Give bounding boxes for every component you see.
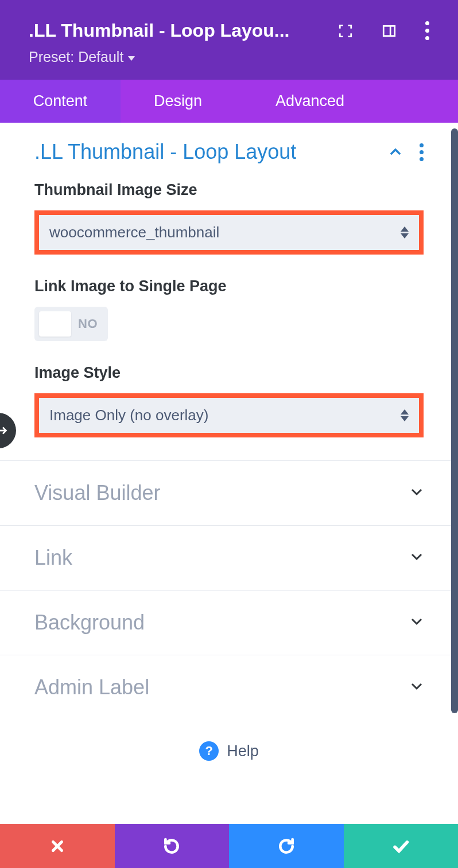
visual-builder-title: Visual Builder: [34, 481, 160, 505]
svg-rect-0: [383, 26, 395, 36]
help-row[interactable]: ? Help: [0, 720, 458, 778]
undo-button[interactable]: [115, 824, 230, 868]
admin-label-title: Admin Label: [34, 675, 149, 699]
chevron-down-icon: [410, 487, 424, 499]
image-style-highlight: Image Only (no overlay): [34, 393, 424, 437]
background-title: Background: [34, 611, 145, 635]
header-menu-icon[interactable]: [425, 21, 429, 40]
toggle-handle: [39, 311, 71, 337]
preset-label: Preset: Default: [29, 49, 123, 65]
section-menu-icon[interactable]: [420, 143, 424, 161]
thumbnail-size-value: woocommerce_thumbnail: [49, 224, 219, 241]
section-link[interactable]: Link: [0, 525, 458, 590]
tab-design[interactable]: Design: [121, 80, 235, 123]
module-title: .LL Thumbnail - Loop Layou...: [29, 20, 289, 41]
link-title: Link: [34, 546, 72, 570]
main-section-title: .LL Thumbnail - Loop Layout: [34, 140, 296, 164]
link-image-toggle[interactable]: NO: [34, 307, 108, 341]
field-thumbnail-size: Thumbnail Image Size woocommerce_thumbna…: [0, 181, 458, 277]
tabs-row: Content Design Advanced: [0, 80, 458, 123]
link-image-label: Link Image to Single Page: [34, 277, 424, 295]
chevron-up-icon[interactable]: [389, 147, 402, 157]
section-visual-builder[interactable]: Visual Builder: [0, 460, 458, 525]
help-icon: ?: [199, 741, 219, 761]
image-style-select[interactable]: Image Only (no overlay): [39, 398, 419, 433]
save-button[interactable]: [344, 824, 459, 868]
image-style-value: Image Only (no overlay): [49, 406, 208, 424]
content-area: .LL Thumbnail - Loop Layout Thumbnail Im…: [0, 123, 458, 785]
tab-content[interactable]: Content: [0, 80, 121, 123]
thumbnail-size-label: Thumbnail Image Size: [34, 181, 424, 199]
thumbnail-size-highlight: woocommerce_thumbnail: [34, 210, 424, 255]
thumbnail-size-select[interactable]: woocommerce_thumbnail: [39, 215, 419, 250]
field-link-image: Link Image to Single Page NO: [0, 277, 458, 364]
field-image-style: Image Style Image Only (no overlay): [0, 364, 458, 460]
chevron-down-icon: [410, 617, 424, 628]
section-background[interactable]: Background: [0, 590, 458, 655]
preset-selector[interactable]: Preset: Default: [29, 49, 429, 65]
toggle-state-label: NO: [78, 316, 103, 331]
scrollbar[interactable]: [451, 128, 458, 713]
cancel-button[interactable]: [0, 824, 115, 868]
redo-button[interactable]: [229, 824, 344, 868]
section-header-actions: [389, 143, 424, 161]
caret-down-icon: [128, 56, 135, 61]
header-top-row: .LL Thumbnail - Loop Layou...: [29, 20, 429, 41]
chevron-down-icon: [410, 552, 424, 564]
chevron-down-icon: [410, 682, 424, 693]
expand-icon[interactable]: [338, 24, 353, 38]
panel-icon[interactable]: [382, 24, 397, 38]
help-label: Help: [227, 742, 259, 760]
tab-advanced[interactable]: Advanced: [235, 80, 385, 123]
image-style-label: Image Style: [34, 364, 424, 382]
select-arrows-icon: [401, 226, 409, 238]
header-actions: [338, 21, 429, 40]
main-section-header[interactable]: .LL Thumbnail - Loop Layout: [0, 123, 458, 181]
footer-actions: [0, 824, 458, 868]
select-arrows-icon: [401, 409, 409, 421]
modal-header: .LL Thumbnail - Loop Layou... Preset: De…: [0, 0, 458, 80]
section-admin-label[interactable]: Admin Label: [0, 655, 458, 720]
